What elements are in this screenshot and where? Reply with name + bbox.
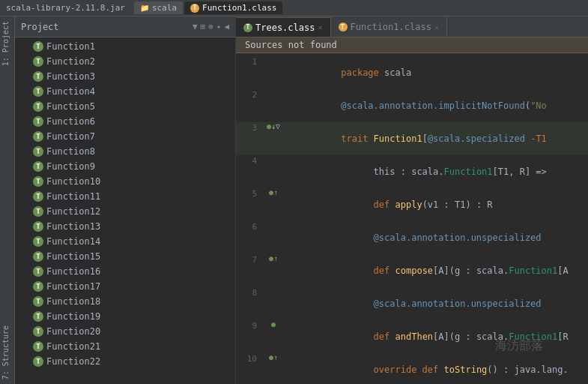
tab-scala[interactable]: 📁 scala: [134, 2, 183, 14]
editor-panel: T Trees.class ✕ T Function1.class ✕ Sour…: [236, 16, 588, 384]
function10-tree-icon: T: [33, 176, 43, 187]
function12-tree-label: Function12: [46, 206, 100, 217]
list-item[interactable]: T Function15: [15, 249, 235, 264]
function1-class-icon: T: [339, 22, 348, 32]
list-item[interactable]: T Function16: [15, 264, 235, 279]
function19-tree-label: Function19: [46, 311, 100, 322]
function1-icon: T: [190, 4, 199, 13]
toolbar-btn-1[interactable]: ▼: [193, 22, 198, 32]
table-row: 4 this : scala.Function1[T1, R] =>: [236, 155, 588, 188]
table-row: 1 package scala: [236, 56, 588, 89]
breakpoint-9-icon: ●: [271, 320, 276, 328]
table-row: 8 @scala.annotation.unspecialized: [236, 287, 588, 320]
toolbar-btn-5[interactable]: ◀: [224, 22, 229, 32]
function19-tree-icon: T: [33, 311, 43, 322]
line-content-7: def compose[A](g : scala.Function1[A: [284, 254, 588, 287]
function21-tree-icon: T: [33, 341, 43, 352]
function14-tree-label: Function14: [46, 236, 100, 247]
function8-tree-label: Function8: [46, 146, 95, 157]
function1-tree-icon: T: [33, 41, 43, 52]
list-item[interactable]: T Function20: [15, 324, 235, 339]
function6-tree-label: Function6: [46, 116, 95, 127]
tab-function1-title[interactable]: T Function1.class: [184, 2, 282, 14]
function9-tree-icon: T: [33, 161, 43, 172]
function5-tree-icon: T: [33, 101, 43, 112]
function2-tree-icon: T: [33, 56, 43, 67]
function10-tree-label: Function10: [46, 176, 100, 187]
arrow-up-10-icon: ↑: [273, 353, 278, 362]
collapse-icon: ▽: [276, 122, 280, 130]
function11-tree-label: Function11: [46, 191, 100, 202]
list-item[interactable]: T Function18: [15, 294, 235, 309]
arrow-up-7-icon: ↑: [273, 254, 278, 262]
gutter-9: ●: [263, 320, 284, 328]
sources-not-found-text: Sources not found: [245, 40, 337, 50]
table-row: 2 @scala.annotation.implicitNotFound("No: [236, 89, 588, 122]
project-title: Project: [21, 22, 190, 32]
tab-function1-class[interactable]: T Function1.class ✕: [331, 17, 447, 37]
list-item[interactable]: T Function14: [15, 234, 235, 249]
function17-tree-label: Function17: [46, 281, 100, 292]
line-content-10: override def toString() : java.lang.: [284, 353, 588, 384]
gutter-5: ● ↑: [263, 188, 284, 196]
table-row: 7 ● ↑ def compose[A](g : scala.Function1…: [236, 254, 588, 287]
toolbar-btn-2[interactable]: ⊞: [201, 22, 206, 32]
code-area[interactable]: 1 package scala 2 @scala.annotation.impl…: [236, 53, 588, 384]
line-content-8: @scala.annotation.unspecialized: [284, 287, 588, 320]
list-item[interactable]: T Function21: [15, 339, 235, 354]
line-number-8: 8: [236, 287, 263, 298]
function1-class-tab-label: Function1.class: [351, 22, 431, 32]
tab-trees-class[interactable]: T Trees.class ✕: [236, 17, 331, 37]
function20-tree-label: Function20: [46, 326, 100, 337]
list-item[interactable]: T Function13: [15, 219, 235, 234]
function12-tree-icon: T: [33, 206, 43, 217]
toolbar-btn-3[interactable]: ⊕: [208, 22, 213, 32]
side-label-structure[interactable]: 7: Structure: [0, 321, 14, 384]
list-item[interactable]: T Function19: [15, 309, 235, 324]
function1-tree-label: Function1: [46, 41, 95, 52]
main-layout: 1: Project 7: Structure Project ▼ ⊞ ⊕ ✦ …: [0, 16, 588, 384]
line-content-2: @scala.annotation.implicitNotFound("No: [284, 89, 588, 122]
function2-tree-label: Function2: [46, 56, 95, 67]
line-number-3: 3: [236, 122, 263, 133]
function17-tree-icon: T: [33, 281, 43, 292]
list-item[interactable]: T Function22: [15, 354, 235, 369]
side-label-project[interactable]: 1: Project: [0, 16, 14, 70]
side-labels: 1: Project 7: Structure: [0, 16, 15, 384]
line-content-1: package scala: [284, 56, 588, 89]
line-number-7: 7: [236, 254, 263, 265]
watermark: 海汸部落: [495, 338, 543, 354]
function22-tree-label: Function22: [46, 356, 100, 367]
sources-not-found-bar: Sources not found: [236, 38, 588, 53]
list-item[interactable]: T Function10: [15, 174, 235, 189]
list-item[interactable]: T Function9: [15, 159, 235, 174]
trees-close-icon[interactable]: ✕: [318, 23, 322, 32]
list-item[interactable]: T Function17: [15, 279, 235, 294]
line-number-1: 1: [236, 56, 263, 67]
list-item[interactable]: T Function3: [15, 69, 235, 84]
list-item[interactable]: T Function1: [15, 39, 235, 54]
line-content-3: trait Function1[@scala.specialized -T1: [284, 122, 588, 155]
gutter-10: ● ↑: [263, 353, 284, 362]
editor-tabs: T Trees.class ✕ T Function1.class ✕: [236, 16, 588, 38]
list-item[interactable]: T Function11: [15, 189, 235, 204]
function4-tree-icon: T: [33, 86, 43, 97]
tab-scala-label: scala: [152, 3, 177, 13]
gutter-7: ● ↑: [263, 254, 284, 262]
toolbar-btn-4[interactable]: ✦: [216, 22, 222, 32]
list-item[interactable]: T Function2: [15, 54, 235, 69]
list-item[interactable]: T Function4: [15, 84, 235, 99]
list-item[interactable]: T Function8: [15, 144, 235, 159]
folder-icon: 📁: [140, 4, 149, 12]
list-item[interactable]: T Function12: [15, 204, 235, 219]
function13-tree-icon: T: [33, 221, 43, 232]
list-item[interactable]: T Function7: [15, 129, 235, 144]
function22-tree-icon: T: [33, 356, 43, 367]
line-number-9: 9: [236, 320, 263, 331]
function16-tree-label: Function16: [46, 266, 100, 277]
line-content-6: @scala.annotation.unspecialized: [284, 221, 588, 254]
function1-close-icon[interactable]: ✕: [434, 23, 439, 32]
list-item[interactable]: T Function6: [15, 114, 235, 129]
function7-tree-icon: T: [33, 131, 43, 142]
list-item[interactable]: T Function5: [15, 99, 235, 114]
